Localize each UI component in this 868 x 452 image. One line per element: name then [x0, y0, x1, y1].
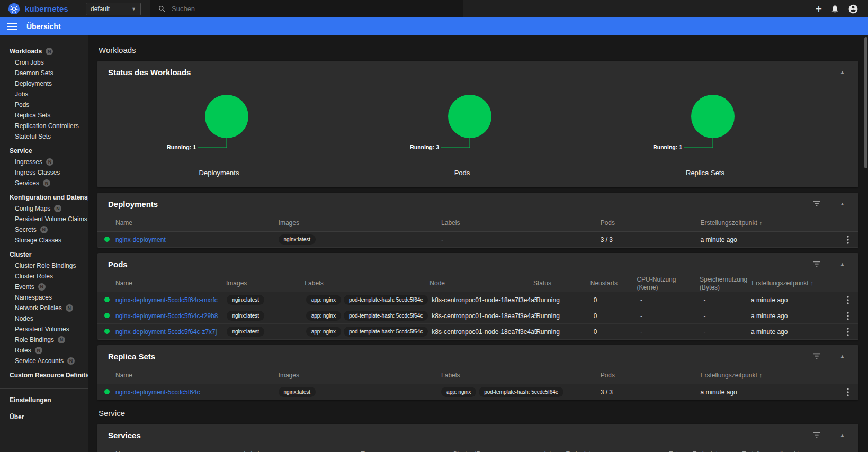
- sidebar-item-events[interactable]: EventsN: [0, 282, 88, 292]
- collapse-card-button[interactable]: ▲: [840, 432, 845, 438]
- cell-text: -: [640, 312, 703, 320]
- row-menu-button[interactable]: [847, 388, 849, 396]
- column-header-speichernutzung-bytes[interactable]: Speichernutzung (Bytes): [700, 276, 751, 292]
- workload-status-chart: Running: 1Replica Sets: [584, 86, 827, 177]
- sidebar-item-nodes[interactable]: Nodes: [0, 313, 88, 324]
- notifications-button[interactable]: [830, 4, 839, 13]
- card-title: Status des Workloads: [108, 68, 191, 77]
- sidebar-section-custom-resource-definitions[interactable]: Custom Resource Definitions: [0, 369, 88, 381]
- age-cell: a minute ago: [700, 388, 837, 396]
- column-header-cpu-nutzung-kerne[interactable]: CPU-Nutzung (Kerne): [637, 276, 700, 292]
- sort-asc-icon: ↑: [811, 280, 814, 286]
- filter-button[interactable]: [812, 201, 821, 207]
- sidebar-item-service-accounts[interactable]: Service AccountsN: [0, 356, 88, 366]
- sidebar-item-persistent-volume-claims[interactable]: Persistent Volume ClaimsN: [0, 214, 88, 224]
- sidebar-item-persistent-volumes[interactable]: Persistent Volumes: [0, 324, 88, 335]
- column-header-erstellungszeitpunkt[interactable]: Erstellungszeitpunkt↑: [700, 372, 837, 379]
- cell-text: k8s-centronpoc01-node-18ea7f3e4a5: [432, 328, 536, 336]
- sidebar-item-secrets[interactable]: SecretsN: [0, 224, 88, 235]
- pie-label: Running: 3: [410, 144, 439, 150]
- sidebar-item-label: Einstellungen: [10, 394, 51, 406]
- sidebar-section-cluster[interactable]: Cluster: [0, 249, 88, 260]
- column-header-erstellungszeitpunkt[interactable]: Erstellungszeitpunkt↑: [700, 219, 837, 227]
- column-header-pods[interactable]: Pods: [601, 372, 701, 379]
- resource-name-link[interactable]: nginx-deployment-5ccdc5f64c: [115, 388, 200, 396]
- filter-button[interactable]: [812, 432, 821, 438]
- column-header-node[interactable]: Node: [429, 279, 533, 287]
- sidebar-section-service[interactable]: Service: [0, 145, 88, 157]
- collapse-card-button[interactable]: ▲: [840, 201, 845, 206]
- collapse-card-button[interactable]: ▲: [840, 69, 845, 75]
- sidebar-nav: WorkloadsNCron JobsDaemon SetsDeployment…: [0, 35, 88, 452]
- sidebar-item-einstellungen[interactable]: Einstellungen: [0, 394, 88, 406]
- filter-button[interactable]: [812, 261, 821, 267]
- sidebar-item-namespaces[interactable]: Namespaces: [0, 292, 88, 303]
- row-menu-button[interactable]: [847, 296, 849, 304]
- row-menu-button[interactable]: [847, 236, 849, 244]
- row-menu-button[interactable]: [847, 312, 849, 320]
- bell-icon: [830, 4, 839, 13]
- sidebar-item-über[interactable]: Über: [0, 411, 88, 423]
- column-header-status[interactable]: Status: [533, 279, 590, 287]
- row-menu-button[interactable]: [847, 328, 849, 336]
- column-header-images[interactable]: Images: [226, 279, 305, 287]
- column-header-labels[interactable]: Labels: [441, 219, 601, 227]
- create-resource-button[interactable]: +: [816, 4, 822, 14]
- sidebar-item-ingresses[interactable]: IngressesN: [0, 157, 88, 167]
- sidebar-item-roles[interactable]: RolesN: [0, 345, 88, 356]
- sidebar-item-stateful-sets[interactable]: Stateful Sets: [0, 131, 88, 142]
- namespace-selector[interactable]: default ▼: [86, 3, 141, 15]
- status-cell: [97, 236, 115, 243]
- label-chip: app: nginx: [306, 327, 341, 337]
- column-header-labels[interactable]: Labels: [441, 372, 601, 379]
- kubernetes-logo[interactable]: kubernetes: [0, 2, 86, 15]
- sidebar-item-network-policies[interactable]: Network PoliciesN: [0, 303, 88, 313]
- sidebar-item-replication-controllers[interactable]: Replication Controllers: [0, 121, 88, 131]
- sidebar-item-pods[interactable]: Pods: [0, 100, 88, 110]
- column-header-name[interactable]: Name: [115, 372, 279, 379]
- sidebar-item-services[interactable]: ServicesN: [0, 178, 88, 188]
- age-cell: a minute ago: [700, 236, 837, 243]
- collapse-card-button[interactable]: ▲: [840, 354, 845, 359]
- sidebar-item-role-bindings[interactable]: Role BindingsN: [0, 335, 88, 345]
- sidebar-section-konfiguration-und-datenspeicherung[interactable]: Konfiguration und Datenspeicherung: [0, 192, 88, 203]
- sidebar-item-cluster-roles[interactable]: Cluster Roles: [0, 271, 88, 282]
- column-header-images[interactable]: Images: [279, 372, 442, 379]
- resource-name-link[interactable]: nginx-deployment-5ccdc5f64c-t29b8: [115, 312, 218, 320]
- resource-name-link[interactable]: nginx-deployment-5ccdc5f64c-z7x7j: [115, 328, 217, 336]
- page-breadcrumb-title: Übersicht: [26, 22, 61, 31]
- services-card: Services ▲ NameLabelsTypCluster-IPIntern…: [97, 424, 858, 452]
- column-header-neustarts[interactable]: Neustarts: [590, 279, 637, 287]
- sidebar-item-cron-jobs[interactable]: Cron Jobs: [0, 57, 88, 68]
- replica-sets-table: NameImagesLabelsPodsErstellungszeitpunkt…: [97, 367, 858, 400]
- resource-name-link[interactable]: nginx-deployment-5ccdc5f64c-mxrfc: [115, 296, 218, 304]
- dropdown-arrow-icon: ▼: [131, 6, 136, 12]
- filter-button[interactable]: [812, 353, 821, 359]
- sidebar-item-config-maps[interactable]: Config MapsN: [0, 203, 88, 214]
- sidebar-item-jobs[interactable]: Jobs: [0, 89, 88, 100]
- sidebar-item-label: Stateful Sets: [15, 131, 51, 142]
- column-header-pods[interactable]: Pods: [601, 219, 701, 227]
- scrollbar-thumb[interactable]: [864, 37, 867, 168]
- collapse-card-button[interactable]: ▲: [840, 261, 845, 267]
- column-header-label: Pods: [601, 219, 615, 227]
- column-header-name[interactable]: Name: [115, 219, 279, 227]
- sidebar-item-cluster-role-bindings[interactable]: Cluster Role Bindings: [0, 260, 88, 271]
- resource-name-link[interactable]: nginx-deployment: [115, 236, 166, 243]
- search-input[interactable]: [172, 5, 455, 13]
- sidebar-item-ingress-classes[interactable]: Ingress Classes: [0, 167, 88, 178]
- menu-button[interactable]: [7, 23, 17, 30]
- sidebar-item-deployments[interactable]: Deployments: [0, 78, 88, 89]
- sidebar-item-replica-sets[interactable]: Replica Sets: [0, 110, 88, 121]
- column-header-images[interactable]: Images: [279, 219, 442, 227]
- sidebar-item-daemon-sets[interactable]: Daemon Sets: [0, 68, 88, 78]
- age-cell: a minute ago: [751, 328, 837, 336]
- column-header-erstellungszeitpunkt[interactable]: Erstellungszeitpunkt↑: [751, 279, 837, 287]
- sidebar-item-label: Roles: [15, 345, 31, 356]
- account-button[interactable]: [848, 4, 858, 14]
- sidebar-section-workloads[interactable]: WorkloadsN: [0, 46, 88, 57]
- sidebar-item-storage-classes[interactable]: Storage Classes: [0, 235, 88, 246]
- column-header-label: Speichernutzung (Bytes): [700, 276, 747, 291]
- column-header-labels[interactable]: Labels: [305, 279, 429, 287]
- column-header-name[interactable]: Name: [115, 279, 226, 287]
